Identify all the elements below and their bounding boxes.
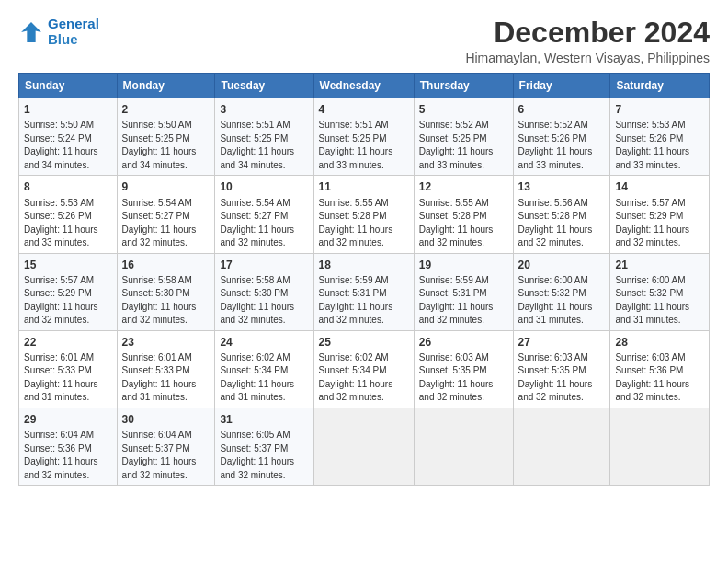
day-number: 29 bbox=[24, 412, 112, 427]
table-row: 7Sunrise: 5:53 AMSunset: 5:26 PMDaylight… bbox=[610, 98, 710, 176]
cell-info: Sunrise: 5:52 AMSunset: 5:26 PMDaylight:… bbox=[518, 120, 593, 170]
cell-info: Sunrise: 5:55 AMSunset: 5:28 PMDaylight:… bbox=[319, 198, 393, 248]
table-row: 20Sunrise: 6:00 AMSunset: 5:32 PMDayligh… bbox=[513, 253, 610, 330]
table-row: 12Sunrise: 5:55 AMSunset: 5:28 PMDayligh… bbox=[414, 176, 513, 253]
page: General Blue December 2024 Himamaylan, W… bbox=[0, 0, 728, 495]
header: General Blue December 2024 Himamaylan, W… bbox=[18, 17, 710, 65]
cell-info: Sunrise: 6:03 AMSunset: 5:35 PMDaylight:… bbox=[419, 352, 494, 403]
cell-info: Sunrise: 6:01 AMSunset: 5:33 PMDaylight:… bbox=[122, 352, 197, 403]
table-row: 17Sunrise: 5:58 AMSunset: 5:30 PMDayligh… bbox=[215, 253, 313, 330]
table-row: 9Sunrise: 5:54 AMSunset: 5:27 PMDaylight… bbox=[117, 176, 215, 253]
logo: General Blue bbox=[18, 17, 99, 47]
cell-info: Sunrise: 5:59 AMSunset: 5:31 PMDaylight:… bbox=[319, 275, 393, 326]
logo-line1: General bbox=[48, 16, 99, 31]
day-number: 20 bbox=[518, 258, 606, 272]
cell-info: Sunrise: 6:03 AMSunset: 5:35 PMDaylight:… bbox=[518, 352, 593, 403]
cell-info: Sunrise: 5:58 AMSunset: 5:30 PMDaylight:… bbox=[122, 275, 197, 326]
table-row: 26Sunrise: 6:03 AMSunset: 5:35 PMDayligh… bbox=[414, 330, 513, 408]
day-number: 15 bbox=[24, 258, 112, 272]
day-number: 23 bbox=[122, 335, 210, 350]
table-row: 24Sunrise: 6:02 AMSunset: 5:34 PMDayligh… bbox=[215, 330, 313, 408]
table-row: 8Sunrise: 5:53 AMSunset: 5:26 PMDaylight… bbox=[19, 176, 118, 253]
logo-text: General Blue bbox=[48, 17, 99, 47]
cell-info: Sunrise: 6:02 AMSunset: 5:34 PMDaylight:… bbox=[319, 352, 393, 403]
cell-info: Sunrise: 5:57 AMSunset: 5:29 PMDaylight:… bbox=[24, 275, 98, 326]
cell-info: Sunrise: 5:57 AMSunset: 5:29 PMDaylight:… bbox=[615, 198, 689, 248]
day-number: 9 bbox=[122, 179, 210, 194]
subtitle: Himamaylan, Western Visayas, Philippines bbox=[465, 51, 710, 65]
table-row: 18Sunrise: 5:59 AMSunset: 5:31 PMDayligh… bbox=[313, 253, 414, 330]
cell-info: Sunrise: 6:00 AMSunset: 5:32 PMDaylight:… bbox=[518, 275, 593, 326]
day-number: 26 bbox=[419, 335, 508, 350]
table-row: 11Sunrise: 5:55 AMSunset: 5:28 PMDayligh… bbox=[313, 176, 414, 253]
day-number: 16 bbox=[122, 258, 210, 272]
cell-info: Sunrise: 6:01 AMSunset: 5:33 PMDaylight:… bbox=[24, 352, 98, 403]
table-row: 16Sunrise: 5:58 AMSunset: 5:30 PMDayligh… bbox=[117, 253, 215, 330]
table-row: 10Sunrise: 5:54 AMSunset: 5:27 PMDayligh… bbox=[215, 176, 313, 253]
day-number: 30 bbox=[122, 412, 210, 427]
table-row: 2Sunrise: 5:50 AMSunset: 5:25 PMDaylight… bbox=[117, 98, 215, 176]
day-number: 7 bbox=[615, 102, 704, 117]
cell-info: Sunrise: 5:53 AMSunset: 5:26 PMDaylight:… bbox=[615, 120, 689, 170]
day-number: 24 bbox=[220, 335, 308, 350]
table-row: 29Sunrise: 6:04 AMSunset: 5:36 PMDayligh… bbox=[19, 408, 118, 485]
day-number: 28 bbox=[615, 335, 704, 350]
main-title: December 2024 bbox=[465, 17, 710, 49]
table-row: 30Sunrise: 6:04 AMSunset: 5:37 PMDayligh… bbox=[117, 408, 215, 485]
table-row: 21Sunrise: 6:00 AMSunset: 5:32 PMDayligh… bbox=[610, 253, 710, 330]
cell-info: Sunrise: 6:05 AMSunset: 5:37 PMDaylight:… bbox=[220, 430, 294, 480]
table-row: 28Sunrise: 6:03 AMSunset: 5:36 PMDayligh… bbox=[610, 330, 710, 408]
calendar-week-1: 1Sunrise: 5:50 AMSunset: 5:24 PMDaylight… bbox=[19, 98, 710, 176]
day-number: 19 bbox=[419, 258, 508, 272]
table-row: 25Sunrise: 6:02 AMSunset: 5:34 PMDayligh… bbox=[313, 330, 414, 408]
cell-info: Sunrise: 5:54 AMSunset: 5:27 PMDaylight:… bbox=[220, 198, 294, 248]
cell-info: Sunrise: 5:55 AMSunset: 5:28 PMDaylight:… bbox=[419, 198, 494, 248]
table-row: 6Sunrise: 5:52 AMSunset: 5:26 PMDaylight… bbox=[513, 98, 610, 176]
day-number: 10 bbox=[220, 179, 308, 194]
col-friday: Friday bbox=[513, 74, 610, 98]
col-monday: Monday bbox=[117, 74, 215, 98]
day-number: 13 bbox=[518, 179, 606, 194]
calendar-table: Sunday Monday Tuesday Wednesday Thursday… bbox=[18, 73, 710, 486]
day-number: 2 bbox=[122, 102, 210, 117]
day-number: 12 bbox=[419, 179, 508, 194]
cell-info: Sunrise: 6:00 AMSunset: 5:32 PMDaylight:… bbox=[615, 275, 689, 326]
cell-info: Sunrise: 5:52 AMSunset: 5:25 PMDaylight:… bbox=[419, 120, 494, 170]
day-number: 6 bbox=[518, 102, 606, 117]
cell-info: Sunrise: 6:04 AMSunset: 5:37 PMDaylight:… bbox=[122, 430, 197, 480]
calendar-week-2: 8Sunrise: 5:53 AMSunset: 5:26 PMDaylight… bbox=[19, 176, 710, 253]
day-number: 1 bbox=[24, 102, 112, 117]
day-number: 5 bbox=[419, 102, 508, 117]
table-row bbox=[610, 408, 710, 485]
table-row bbox=[414, 408, 513, 485]
day-number: 27 bbox=[518, 335, 606, 350]
col-wednesday: Wednesday bbox=[313, 74, 414, 98]
day-number: 3 bbox=[220, 102, 308, 117]
day-number: 17 bbox=[220, 258, 308, 272]
cell-info: Sunrise: 5:50 AMSunset: 5:24 PMDaylight:… bbox=[24, 120, 98, 170]
table-row: 14Sunrise: 5:57 AMSunset: 5:29 PMDayligh… bbox=[610, 176, 710, 253]
day-number: 11 bbox=[319, 179, 409, 194]
table-row: 22Sunrise: 6:01 AMSunset: 5:33 PMDayligh… bbox=[19, 330, 118, 408]
calendar-week-3: 15Sunrise: 5:57 AMSunset: 5:29 PMDayligh… bbox=[19, 253, 710, 330]
day-number: 31 bbox=[220, 412, 308, 427]
table-row: 13Sunrise: 5:56 AMSunset: 5:28 PMDayligh… bbox=[513, 176, 610, 253]
cell-info: Sunrise: 6:04 AMSunset: 5:36 PMDaylight:… bbox=[24, 430, 98, 480]
cell-info: Sunrise: 5:51 AMSunset: 5:25 PMDaylight:… bbox=[220, 120, 294, 170]
table-row: 23Sunrise: 6:01 AMSunset: 5:33 PMDayligh… bbox=[117, 330, 215, 408]
table-row: 1Sunrise: 5:50 AMSunset: 5:24 PMDaylight… bbox=[19, 98, 118, 176]
cell-info: Sunrise: 6:02 AMSunset: 5:34 PMDaylight:… bbox=[220, 352, 294, 403]
table-row: 4Sunrise: 5:51 AMSunset: 5:25 PMDaylight… bbox=[313, 98, 414, 176]
day-number: 25 bbox=[319, 335, 409, 350]
title-block: December 2024 Himamaylan, Western Visaya… bbox=[465, 17, 710, 65]
cell-info: Sunrise: 6:03 AMSunset: 5:36 PMDaylight:… bbox=[615, 352, 689, 403]
cell-info: Sunrise: 5:53 AMSunset: 5:26 PMDaylight:… bbox=[24, 198, 98, 248]
day-number: 22 bbox=[24, 335, 112, 350]
cell-info: Sunrise: 5:59 AMSunset: 5:31 PMDaylight:… bbox=[419, 275, 494, 326]
cell-info: Sunrise: 5:51 AMSunset: 5:25 PMDaylight:… bbox=[319, 120, 393, 170]
col-thursday: Thursday bbox=[414, 74, 513, 98]
cell-info: Sunrise: 5:50 AMSunset: 5:25 PMDaylight:… bbox=[122, 120, 197, 170]
day-number: 4 bbox=[319, 102, 409, 117]
logo-icon bbox=[18, 19, 44, 45]
table-row: 5Sunrise: 5:52 AMSunset: 5:25 PMDaylight… bbox=[414, 98, 513, 176]
